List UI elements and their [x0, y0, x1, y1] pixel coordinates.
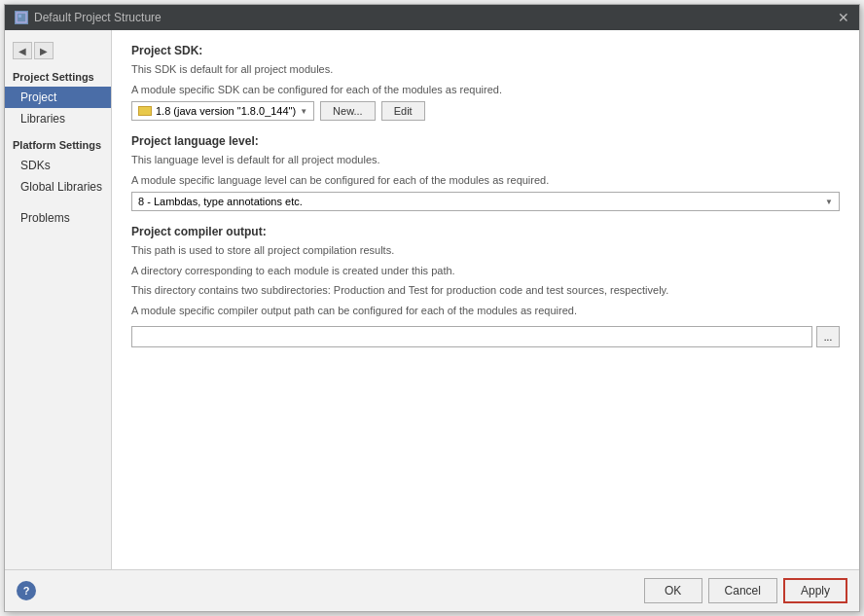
lang-level-chevron-icon: ▼ [825, 198, 833, 206]
sidebar-item-global-libraries[interactable]: Global Libraries [5, 176, 111, 198]
title-bar: Default Project Structure ✕ [5, 5, 859, 30]
sidebar-item-sdks[interactable]: SDKs [5, 155, 111, 176]
apply-button[interactable]: Apply [783, 578, 847, 603]
help-button[interactable]: ? [17, 581, 36, 600]
content-area: Project SDK: This SDK is default for all… [112, 30, 859, 569]
sdk-dropdown[interactable]: 1.8 (java version "1.8.0_144") ▼ [131, 101, 314, 121]
close-button[interactable]: ✕ [838, 11, 849, 24]
compiler-desc4: A module specific compiler output path c… [131, 303, 840, 319]
ok-button[interactable]: OK [644, 578, 702, 603]
dialog-icon [15, 11, 28, 24]
sdk-dropdown-inner: 1.8 (java version "1.8.0_144") [138, 105, 296, 117]
main-area: ◀ ▶ Project Settings Project Libraries P… [5, 30, 859, 569]
sidebar-item-problems[interactable]: Problems [5, 207, 111, 229]
sdk-icon [138, 106, 152, 116]
sidebar-item-project[interactable]: Project [5, 87, 111, 108]
sidebar: ◀ ▶ Project Settings Project Libraries P… [5, 30, 112, 569]
footer-buttons: OK Cancel Apply [644, 578, 847, 603]
lang-level-dropdown[interactable]: 8 - Lambdas, type annotations etc. ▼ [131, 192, 840, 211]
sdk-desc2: A module specific SDK can be configured … [131, 82, 840, 98]
platform-settings-header: Platform Settings [5, 135, 111, 155]
sdk-value: 1.8 (java version "1.8.0_144") [156, 105, 296, 117]
compiler-output-row: ... [131, 326, 840, 347]
edit-sdk-button[interactable]: Edit [381, 101, 425, 121]
sdk-chevron-icon: ▼ [300, 107, 307, 116]
cancel-button[interactable]: Cancel [708, 578, 777, 603]
lang-level-title: Project language level: [131, 134, 840, 148]
forward-button[interactable]: ▶ [34, 42, 54, 59]
lang-level-value: 8 - Lambdas, type annotations etc. [138, 196, 303, 207]
sdk-title: Project SDK: [131, 44, 840, 57]
compiler-desc2: A directory corresponding to each module… [131, 263, 840, 279]
lang-level-section: Project language level: This language le… [131, 134, 840, 211]
title-bar-left: Default Project Structure [15, 11, 162, 24]
sdk-section: Project SDK: This SDK is default for all… [131, 44, 840, 121]
sdk-desc1: This SDK is default for all project modu… [131, 61, 840, 78]
new-sdk-button[interactable]: New... [320, 101, 376, 121]
compiler-output-title: Project compiler output: [131, 225, 840, 238]
sdk-row: 1.8 (java version "1.8.0_144") ▼ New... … [131, 101, 840, 121]
dialog: Default Project Structure ✕ ◀ ▶ Project … [4, 4, 860, 612]
dialog-title: Default Project Structure [34, 11, 162, 24]
project-settings-header: Project Settings [5, 67, 111, 87]
sidebar-item-libraries[interactable]: Libraries [5, 108, 111, 129]
nav-toolbar: ◀ ▶ [5, 38, 111, 67]
back-button[interactable]: ◀ [13, 42, 32, 59]
footer: ? OK Cancel Apply [5, 569, 859, 611]
compiler-output-section: Project compiler output: This path is us… [131, 225, 840, 347]
compiler-output-input[interactable] [131, 326, 812, 347]
lang-level-desc1: This language level is default for all p… [131, 152, 840, 168]
lang-level-desc2: A module specific language level can be … [131, 172, 840, 189]
compiler-desc3: This directory contains two subdirectori… [131, 282, 840, 299]
browse-button[interactable]: ... [816, 326, 840, 347]
svg-rect-1 [18, 15, 21, 18]
compiler-desc1: This path is used to store all project c… [131, 242, 840, 259]
